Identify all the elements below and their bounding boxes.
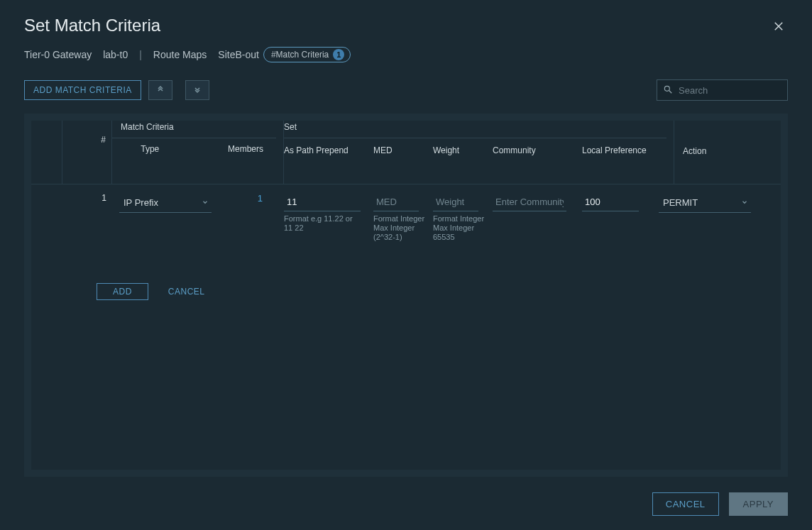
type-dropdown[interactable]: IP Prefix [119, 193, 212, 213]
footer-actions: CANCEL APPLY [24, 492, 788, 516]
breadcrumb-tier0: Tier-0 Gateway [24, 49, 92, 60]
col-match-criteria: Match Criteria [112, 121, 276, 138]
chevron-down-icon [202, 197, 209, 208]
collapse-all-button[interactable] [148, 80, 172, 100]
breadcrumb-separator: | [139, 49, 142, 60]
criteria-grid: # Match Criteria Type Members Set As Pat… [24, 114, 788, 477]
match-criteria-chip[interactable]: #Match Criteria 1 [263, 47, 351, 62]
search-icon [663, 84, 673, 96]
col-index: # [62, 121, 112, 184]
chip-count: 1 [333, 49, 344, 60]
col-type: Type [112, 144, 188, 154]
expand-all-button[interactable] [185, 80, 209, 100]
cancel-button[interactable]: CANCEL [652, 492, 719, 516]
svg-point-2 [664, 86, 669, 91]
col-aspath: As Path Prepend [284, 143, 373, 158]
breadcrumb: Tier-0 Gateway lab-t0 | Route Maps SiteB… [24, 47, 788, 62]
action-dropdown[interactable]: PERMIT [659, 193, 751, 213]
aspath-hint: Format e.g 11.22 or 11 22 [284, 214, 362, 233]
col-members: Members [188, 144, 277, 154]
col-med: MED [373, 143, 433, 158]
close-icon[interactable] [772, 20, 786, 34]
search-input[interactable] [677, 84, 799, 96]
row-add-button[interactable]: ADD [97, 283, 148, 300]
col-localpref: Local Preference [582, 143, 652, 158]
breadcrumb-siteb-out: SiteB-out [218, 49, 259, 60]
action-selected: PERMIT [663, 197, 698, 208]
localpref-input[interactable] [582, 193, 639, 211]
chevron-down-icon [741, 197, 748, 208]
table-row: 1 IP Prefix 1 Format e.g 11.22 or 11 22 [31, 184, 781, 242]
page-title: Set Match Criteria [24, 16, 788, 35]
add-match-criteria-button[interactable]: ADD MATCH CRITERIA [24, 80, 141, 100]
col-weight: Weight [433, 143, 493, 158]
col-community: Community [493, 143, 582, 158]
toolbar: ADD MATCH CRITERIA [24, 79, 788, 101]
apply-button[interactable]: APPLY [729, 492, 788, 516]
row-action-bar: ADD CANCEL [97, 283, 781, 300]
svg-line-3 [669, 90, 672, 93]
members-link[interactable]: 1 [219, 193, 284, 242]
breadcrumb-labt0: lab-t0 [103, 49, 128, 60]
community-input[interactable] [493, 193, 566, 211]
col-set: Set [284, 121, 666, 138]
type-selected: IP Prefix [124, 197, 158, 208]
med-hint: Format Integer Max Integer (2^32-1) [373, 214, 430, 242]
double-chevron-up-icon [156, 85, 165, 96]
search-input-wrapper[interactable] [657, 79, 788, 101]
med-input[interactable] [373, 193, 419, 211]
weight-input[interactable] [433, 193, 478, 211]
row-index: 1 [62, 193, 112, 242]
col-action: Action [674, 121, 781, 184]
weight-hint: Format Integer Max Integer 65535 [433, 214, 490, 242]
breadcrumb-routemaps: Route Maps [153, 49, 207, 60]
aspath-input[interactable] [284, 193, 361, 211]
row-cancel-button[interactable]: CANCEL [168, 287, 205, 297]
double-chevron-down-icon [193, 85, 202, 96]
modal-set-match-criteria: Set Match Criteria Tier-0 Gateway lab-t0… [0, 0, 812, 530]
chip-label: #Match Criteria [271, 50, 329, 60]
